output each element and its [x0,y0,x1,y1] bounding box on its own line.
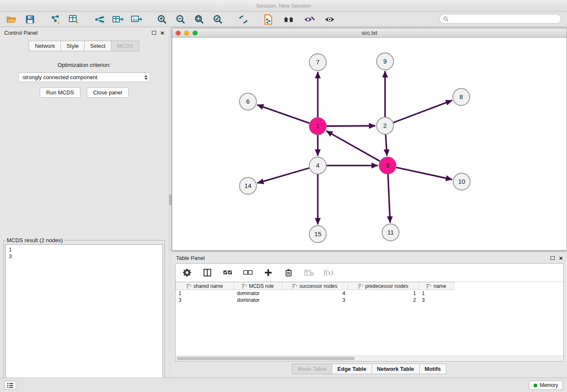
export-image-icon[interactable] [131,14,142,25]
graph-edge-3-1[interactable] [326,131,380,161]
graph-edge-3-10[interactable] [396,167,452,179]
home-network-icon[interactable] [284,14,295,25]
column-header-shared-name[interactable]: shared name [176,282,234,290]
float-table-panel-icon[interactable] [550,256,555,260]
graph-node-6[interactable]: 6 [239,93,256,110]
table-row[interactable]: 1dominator411 [176,290,563,297]
status-bar: Memory [0,378,567,392]
network-graph[interactable]: 1234678910111415 [172,38,567,250]
graph-node-14[interactable]: 14 [239,177,256,194]
tab-mcds[interactable]: MCDS [111,41,139,51]
network-vertical-scrollbar[interactable] [169,37,172,250]
close-window-button[interactable]: × [176,30,181,36]
column-header-successor-nodes[interactable]: successor nodes [282,282,348,290]
unselect-all-icon[interactable] [242,267,253,278]
close-panel-icon[interactable]: × [160,30,164,36]
graph-edge-1-6[interactable] [257,105,309,123]
optimization-criterion-select[interactable]: strongly connected component [18,72,150,82]
graph-edge-4-14[interactable] [257,168,309,183]
network-file-icon[interactable] [263,14,274,25]
tab-network[interactable]: Network [29,41,61,51]
table-cell[interactable]: 3 [419,297,454,304]
table-cell[interactable]: 4 [282,290,348,297]
tab-node-table[interactable]: Node Table [292,364,332,374]
graph-node-4[interactable]: 4 [309,157,326,174]
function-icon[interactable]: f(x) [324,269,333,276]
import-network-icon[interactable] [50,14,61,25]
save-icon[interactable] [25,14,36,25]
close-panel-button[interactable]: Close panel [87,87,129,98]
table-cell[interactable]: 2 [348,297,419,304]
run-mcds-button[interactable]: Run MCDS [40,87,80,98]
node-label: 2 [383,122,387,129]
table-cell[interactable]: 3 [282,297,348,304]
node-label: 4 [316,162,319,169]
zoom-in-icon[interactable] [157,14,168,25]
export-table-icon[interactable] [113,14,124,25]
graph-node-7[interactable]: 7 [309,54,326,71]
tab-motifs[interactable]: Motifs [419,364,446,374]
memory-button-label: Memory [540,382,558,388]
column-header-name[interactable]: name [419,282,454,290]
table-row[interactable]: 3dominator323 [176,297,563,304]
table-panel: Table Panel × [172,252,567,377]
search-field[interactable] [439,14,561,24]
tab-network-table[interactable]: Network Table [372,364,420,374]
mcds-result-text[interactable]: 1 3 [6,244,163,392]
search-icon [443,16,449,22]
scrollbar-handle[interactable] [169,194,171,205]
table-cell[interactable]: dominator [234,297,282,304]
graph-node-1[interactable]: 1 [309,118,326,135]
graph-edge-3-11[interactable] [388,174,390,223]
trash-icon[interactable] [283,267,294,278]
graph-node-8[interactable]: 8 [453,88,470,105]
control-panel-tabs: NetworkStyleSelectMCDS [0,41,168,51]
tab-edge-table[interactable]: Edge Table [332,364,372,374]
table-cell[interactable]: 1 [176,290,234,297]
select-all-icon[interactable] [222,267,233,278]
gear-icon[interactable] [182,267,193,278]
add-icon[interactable] [263,267,274,278]
import-table-icon[interactable] [69,14,80,25]
float-panel-icon[interactable] [152,31,156,35]
graph-node-9[interactable]: 9 [377,53,394,70]
open-folder-icon[interactable] [6,14,17,25]
delete-column-icon[interactable] [303,267,314,278]
minimize-window-button[interactable]: − [184,30,189,36]
graph-edge-2-3[interactable] [385,135,387,156]
tab-style[interactable]: Style [61,41,85,51]
close-table-panel-icon[interactable]: × [559,255,563,261]
graph-node-2[interactable]: 2 [377,117,394,134]
apply-style-icon[interactable] [304,14,315,25]
network-share-icon[interactable] [94,14,105,25]
table-horizontal-scrollbar[interactable] [176,356,563,361]
scrollbar-handle[interactable] [177,357,355,360]
search-input[interactable] [451,16,557,22]
sort-icon [292,284,297,288]
graph-node-15[interactable]: 15 [309,226,326,243]
memory-button[interactable]: Memory [529,381,563,390]
graph-node-3[interactable]: 3 [379,157,396,174]
table-cell[interactable]: 3 [176,297,234,304]
zoom-out-icon[interactable] [175,14,186,25]
task-history-button[interactable] [4,381,16,389]
network-window-titlebar[interactable]: × − + scc.txt [172,28,567,38]
column-header-predecessor-nodes[interactable]: predecessor nodes [348,282,419,290]
window-title: Session: New Session [256,3,311,9]
graph-edge-1-2[interactable] [327,126,375,126]
eye-icon[interactable] [324,14,335,25]
refresh-icon[interactable] [238,14,249,25]
zoom-window-button[interactable]: + [193,30,198,36]
graph-edge-2-8[interactable] [394,100,452,122]
tab-select[interactable]: Select [84,41,111,51]
table-cell[interactable]: 1 [348,290,419,297]
columns-icon[interactable] [202,267,213,278]
zoom-selected-icon[interactable] [212,14,223,25]
table-cell[interactable]: dominator [234,290,282,297]
table-cell[interactable]: 1 [419,290,454,297]
graph-node-11[interactable]: 11 [382,224,399,241]
network-canvas[interactable]: 1234678910111415 [172,38,567,250]
graph-node-10[interactable]: 10 [453,173,470,190]
column-header-MCDS-role[interactable]: MCDS role [234,282,282,290]
zoom-fit-icon[interactable] [194,14,205,25]
